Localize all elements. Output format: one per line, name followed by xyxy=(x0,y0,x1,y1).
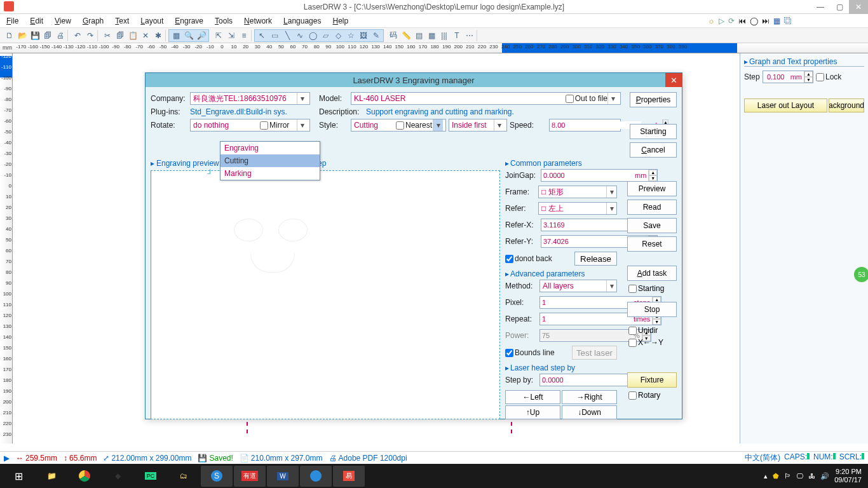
text-icon[interactable]: T xyxy=(451,30,463,41)
refer-select[interactable]: □ 左上▾ xyxy=(538,202,617,215)
starting-button[interactable]: Starting xyxy=(630,124,677,139)
table-icon[interactable]: ▤ xyxy=(413,30,424,41)
stop-button[interactable]: Stop xyxy=(627,302,677,317)
donot-back-checkbox[interactable] xyxy=(505,255,513,263)
layer-up-icon[interactable]: ⇱ xyxy=(213,30,224,41)
method-select[interactable]: All layers▾ xyxy=(539,280,617,292)
star-icon[interactable]: ☆ xyxy=(345,30,356,41)
speed-input[interactable]: mm/s ▲▼ xyxy=(549,119,621,132)
up-button[interactable]: ↑Up xyxy=(505,405,560,419)
menu-edit[interactable]: Edit xyxy=(30,17,43,25)
pointer-icon[interactable]: ↖ xyxy=(256,30,268,41)
canvas[interactable]: LaserDRW 3 Engraving manager ✕ Company: … xyxy=(13,53,740,444)
preview-area[interactable]: ┘ xyxy=(151,170,500,419)
release-button[interactable]: Release xyxy=(574,252,617,266)
edit-icon[interactable]: ✎ xyxy=(370,30,382,41)
tray-volume-icon[interactable]: 🔊 xyxy=(820,472,829,480)
model-select[interactable]: KL-460 LASER Out to file ▾ xyxy=(351,92,621,105)
layer-down-icon[interactable]: ⇲ xyxy=(226,30,237,41)
background-button[interactable]: ackground xyxy=(829,98,864,112)
menu-help[interactable]: Help xyxy=(332,17,348,25)
image-icon[interactable]: 🖼 xyxy=(358,30,369,41)
notification-badge[interactable]: 53 xyxy=(854,267,868,282)
step-input[interactable]: mm ▲▼ xyxy=(763,71,813,83)
style-option-cutting[interactable]: Cutting xyxy=(220,154,320,167)
menu-view[interactable]: View xyxy=(55,17,71,25)
menu-layout[interactable]: Layout xyxy=(140,17,163,25)
right-button[interactable]: →Right xyxy=(562,390,617,404)
task-explorer[interactable]: 📁 xyxy=(36,466,67,487)
save-button[interactable]: Save xyxy=(627,218,677,233)
copy-icon[interactable]: 🗐 xyxy=(114,30,126,41)
curve-icon[interactable]: ∿ xyxy=(294,30,306,41)
frame-select[interactable]: □ 矩形▾ xyxy=(538,186,617,198)
line-icon[interactable]: ╲ xyxy=(281,30,293,41)
maximize-button[interactable]: ▢ xyxy=(830,0,849,14)
style-option-marking[interactable]: Marking xyxy=(220,167,320,180)
inside-first-select[interactable]: Inside first▾ xyxy=(449,119,507,132)
ruler-icon[interactable]: 📏 xyxy=(400,30,412,41)
new-icon[interactable]: 🗋 xyxy=(4,30,15,41)
style-option-engraving[interactable]: Engraving xyxy=(220,142,320,154)
tray-flag-icon[interactable]: 🏳 xyxy=(784,472,791,480)
add-task-button[interactable]: Add task xyxy=(627,266,677,281)
code-icon[interactable]: 码 xyxy=(388,30,399,41)
rect-icon[interactable]: ▭ xyxy=(269,30,280,41)
tray-monitor-icon[interactable]: 🖵 xyxy=(796,472,803,480)
menu-text[interactable]: Text xyxy=(115,17,129,25)
paste-icon[interactable]: 📋 xyxy=(127,30,139,41)
grid-icon[interactable]: ▦ xyxy=(170,30,182,41)
task-laserdrw[interactable]: 易 xyxy=(333,466,365,487)
cancel-button[interactable]: Cancel xyxy=(630,142,677,158)
print-icon[interactable]: 🖨 xyxy=(55,30,66,41)
rotary-checkbox[interactable] xyxy=(628,391,637,400)
company-select[interactable]: 科良激光TEL:18663510976▾ xyxy=(190,92,310,105)
xy-checkbox[interactable] xyxy=(628,339,637,347)
mirror-checkbox[interactable] xyxy=(260,121,268,130)
read-button[interactable]: Read xyxy=(627,200,677,215)
menu-graph[interactable]: Graph xyxy=(83,17,104,25)
rotate-select[interactable]: do nothing Mirror ▾ xyxy=(190,119,310,132)
redo-icon[interactable]: ↷ xyxy=(85,30,96,41)
menu-engrave[interactable]: Engrave xyxy=(175,17,203,25)
task-word[interactable]: W xyxy=(267,466,299,487)
barcode-icon[interactable]: ||| xyxy=(438,30,450,41)
reset-button[interactable]: Reset xyxy=(627,236,677,252)
undo-icon[interactable]: ↶ xyxy=(72,30,83,41)
open-icon[interactable]: 📂 xyxy=(17,30,28,41)
task-youdao[interactable]: 有道 xyxy=(234,466,266,487)
align-icon[interactable]: ≡ xyxy=(238,30,250,41)
menu-network[interactable]: Network xyxy=(244,17,272,25)
minimize-button[interactable]: — xyxy=(811,0,830,14)
menu-file[interactable]: File xyxy=(6,17,18,25)
save-icon[interactable]: 💾 xyxy=(29,30,41,41)
tray-shield-icon[interactable]: ⬟ xyxy=(773,472,779,480)
unidir-checkbox[interactable] xyxy=(628,327,637,335)
task-browser[interactable] xyxy=(300,466,332,487)
spray-icon[interactable]: ✱ xyxy=(153,30,164,41)
laser-out-layout-button[interactable]: Laser out Layout xyxy=(744,98,827,112)
delete-icon[interactable]: ✕ xyxy=(140,30,151,41)
tray-up-icon[interactable]: ▴ xyxy=(764,472,768,480)
left-button[interactable]: ←Left xyxy=(505,390,560,404)
grid2-icon[interactable]: ▦ xyxy=(426,30,437,41)
dialog-close-button[interactable]: ✕ xyxy=(665,73,682,87)
menu-tools[interactable]: Tools xyxy=(215,17,233,25)
down-button[interactable]: ↓Down xyxy=(562,405,617,419)
tray-network-icon[interactable]: 🖧 xyxy=(808,472,815,480)
ellipse-icon[interactable]: ◯ xyxy=(307,30,318,41)
starting-checkbox[interactable] xyxy=(628,285,637,293)
start-button[interactable]: ⊞ xyxy=(3,466,34,487)
menu-languages[interactable]: Languages xyxy=(283,17,321,25)
fixture-button[interactable]: Fixture xyxy=(627,372,677,388)
style-select[interactable]: Cutting Nearest ▾ xyxy=(351,119,446,132)
task-pycharm[interactable]: PC xyxy=(135,466,166,487)
out-to-file-checkbox[interactable] xyxy=(566,95,574,103)
preview-button[interactable]: Preview xyxy=(627,181,677,196)
task-chrome[interactable] xyxy=(69,466,100,487)
more-icon[interactable]: ⋯ xyxy=(464,30,475,41)
poly-icon[interactable]: ▱ xyxy=(320,30,331,41)
print-preview-icon[interactable]: 🗐 xyxy=(42,30,53,41)
task-inkscape[interactable]: ◆ xyxy=(102,466,133,487)
lock-checkbox[interactable] xyxy=(816,73,824,81)
